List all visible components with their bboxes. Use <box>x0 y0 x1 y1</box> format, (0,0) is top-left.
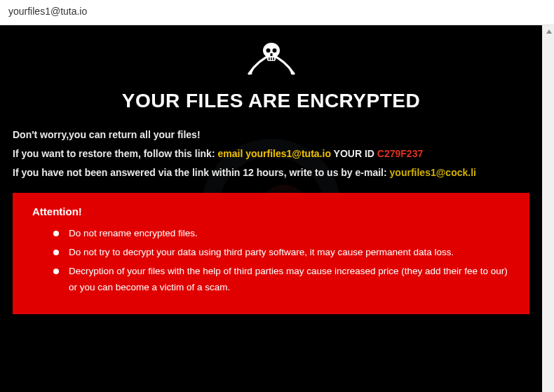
svg-point-1 <box>290 72 294 75</box>
attention-bullet-list: Do not rename encrypted files. Do not tr… <box>32 226 515 296</box>
svg-rect-8 <box>271 58 272 60</box>
attention-box: Attention! Do not rename encrypted files… <box>13 193 529 314</box>
ransom-note-body: risk.com <box>0 25 542 392</box>
svg-rect-7 <box>269 58 270 60</box>
contact-email-secondary: yourfiles1@cock.li <box>390 167 476 178</box>
svg-point-5 <box>272 48 276 53</box>
list-item: Do not try to decrypt your data using th… <box>53 245 515 261</box>
list-item: Decryption of your files with the help o… <box>53 264 515 296</box>
main-heading: YOUR FILES ARE ENCRYPTED <box>13 90 529 112</box>
vertical-scrollbar[interactable] <box>542 25 554 392</box>
svg-point-0 <box>248 72 252 75</box>
line2-prefix: If you want to restore them, follow this… <box>13 148 217 159</box>
intro-line-3: If you have not been answered via the li… <box>13 165 529 180</box>
attention-title: Attention! <box>32 205 515 217</box>
your-id-label: YOUR ID <box>331 148 377 159</box>
skull-swords-icon <box>13 39 529 84</box>
window-title: yourfiles1@tuta.io <box>8 6 87 17</box>
window-titlebar: yourfiles1@tuta.io <box>0 0 554 25</box>
content-wrapper: risk.com <box>0 25 554 392</box>
victim-id: C279F237 <box>377 148 423 159</box>
list-item: Do not rename encrypted files. <box>53 226 515 242</box>
contact-email-primary: email yourfiles1@tuta.io <box>217 148 330 159</box>
svg-point-4 <box>266 48 270 53</box>
scroll-up-arrow-icon[interactable] <box>543 25 554 37</box>
svg-rect-6 <box>270 53 272 56</box>
line3-prefix: If you have not been answered via the li… <box>13 167 390 178</box>
intro-line-2: If you want to restore them, follow this… <box>13 147 529 161</box>
intro-line-1: Don't worry,you can return all your file… <box>13 128 529 142</box>
svg-rect-9 <box>273 58 274 60</box>
